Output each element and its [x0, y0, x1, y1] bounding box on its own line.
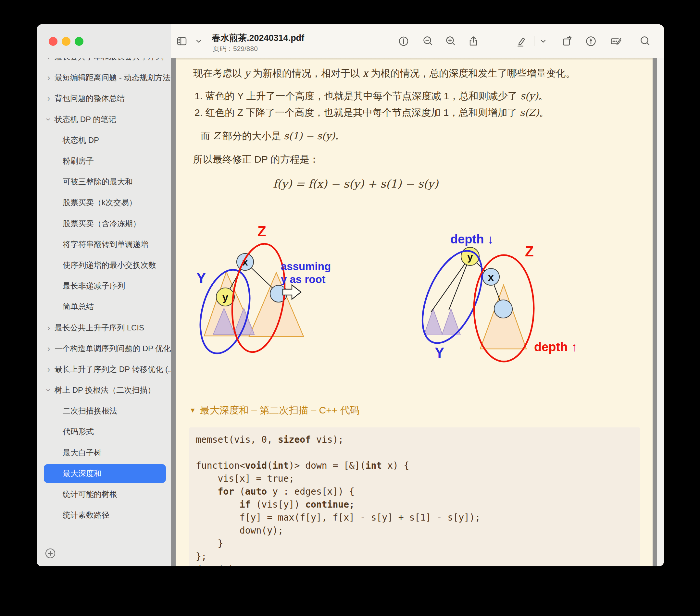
code-line: };	[196, 550, 640, 563]
rotate-icon[interactable]	[561, 35, 573, 47]
section-title: 最大深度和 – 第二次扫描 – C++ 代码	[200, 405, 360, 415]
depth-increase-label: depth ↑	[534, 340, 577, 354]
sidebar-item-label: 统计可能的树根	[37, 489, 117, 500]
sidebar-item[interactable]: 股票买卖（含冷冻期）	[37, 213, 171, 234]
sidebar-item[interactable]: 简单总结	[37, 526, 171, 531]
sidebar-item-label: 二次扫描换根法	[37, 406, 117, 416]
share-icon[interactable]	[467, 35, 479, 47]
sidebar-item-label: 最长上升子序列之 DP 转移优化 (...	[37, 364, 171, 375]
sidebar-item[interactable]: 股票买卖（k次交易）	[37, 192, 171, 213]
markup-chevron-icon[interactable]	[537, 35, 549, 47]
region-z-label: Z	[258, 223, 266, 239]
document-title: 春水煎茶.20240314.pdf	[212, 32, 304, 44]
sidebar-item[interactable]: 代码形式	[37, 421, 171, 442]
zoom-in-icon[interactable]	[445, 35, 457, 47]
scrollbar[interactable]	[657, 58, 664, 566]
toolbar: 春水煎茶.20240314.pdf 页码：529/880	[171, 24, 664, 58]
sidebar-item[interactable]: ›一个构造单调序列问题的 DP 优化...	[37, 338, 171, 359]
region-y-label: Y	[435, 345, 444, 361]
sidebar-item[interactable]: ›最长公共上升子序列 LCIS	[37, 317, 171, 338]
info-icon[interactable]	[397, 35, 410, 47]
pdf-viewport: 现在考虑以 y 为新根的情况，相对于以 x 为根的情况，总的深度和发生了哪些增量…	[171, 58, 664, 566]
code-line: vis[x] = true;	[196, 472, 640, 485]
sidebar-item-label: 最长公共子串和最长公共子序列	[37, 58, 164, 62]
sidebar-item[interactable]: ›最短编辑距离问题 - 动态规划方法...	[37, 67, 171, 88]
list-item-text: 红色的 Z 下降了一个高度，也就是其中每个节点深度加 1，总和则增加了 s(Z)…	[205, 107, 549, 118]
dp-equation: f(y) = f(x) − s(y) + s(1) − s(y)	[273, 177, 438, 190]
sidebar-item[interactable]: 使序列递增的最小交换次数	[37, 255, 171, 276]
add-bookmark-button[interactable]	[44, 547, 57, 560]
list-item-1: 1. 蓝色的 Y 上升了一个高度，也就是其中每个节点深度减 1，总和则减少了 s…	[195, 90, 548, 102]
code-line: for (auto y : edges[x]) {	[196, 485, 640, 498]
draw-icon[interactable]	[585, 35, 597, 47]
transition-annotation: assuming y as root	[281, 260, 331, 299]
sidebar-item[interactable]: ›状态机 DP 的笔记	[37, 109, 171, 130]
code-line: f[y] = max(f[y], f[x] - s[y] + s[1] - s[…	[196, 511, 640, 524]
pdf-viewer-window: ›最长公共子串和最长公共子序列›最短编辑距离问题 - 动态规划方法...›背包问…	[37, 24, 664, 566]
list-number: 2.	[195, 107, 203, 118]
purple-subtree	[424, 309, 442, 335]
sidebar-item[interactable]: 统计可能的树根	[37, 484, 171, 505]
disclosure-triangle-icon: ▼	[189, 406, 196, 414]
sidebar-item-label: 简单总结	[37, 302, 94, 312]
region-y-label: Y	[197, 270, 206, 286]
arrow-caption-line1: assuming	[281, 260, 331, 272]
search-icon[interactable]	[639, 35, 651, 47]
zoom-out-icon[interactable]	[422, 35, 434, 47]
section-header[interactable]: ▼最大深度和 – 第二次扫描 – C++ 代码	[189, 404, 360, 417]
screen: ›最长公共子串和最长公共子序列›最短编辑距离问题 - 动态规划方法...›背包问…	[0, 0, 700, 616]
sidebar-item[interactable]: 二次扫描换根法	[37, 401, 171, 421]
list-number: 1.	[195, 90, 203, 101]
pdf-page: 现在考虑以 y 为新根的情况，相对于以 x 为根的情况，总的深度和发生了哪些增量…	[176, 58, 653, 566]
sidebar-item-label: 树上 DP 换根法（二次扫描）	[37, 385, 155, 395]
close-window-button[interactable]	[49, 37, 58, 46]
sidebar-item[interactable]: ›最长公共子串和最长公共子序列	[37, 58, 171, 67]
zoom-window-button[interactable]	[75, 37, 84, 46]
code-line: if (vis[y]) continue;	[196, 498, 640, 511]
sidebar-item[interactable]: ›树上 DP 换根法（二次扫描）	[37, 380, 171, 401]
paragraph-intro: 现在考虑以 y 为新根的情况，相对于以 x 为根的情况，总的深度和发生了哪些增量…	[193, 67, 575, 79]
depth-decrease-label: depth ↓	[450, 232, 493, 246]
sidebar-item-label: 使序列递增的最小交换次数	[37, 260, 156, 271]
sidebar-item[interactable]: ›背包问题的整体总结	[37, 88, 171, 109]
sidebar-item-label: 可被三整除的最大和	[37, 177, 133, 187]
sidebar-item[interactable]: 简单总结	[37, 296, 171, 317]
code-line: memset(vis, 0, sizeof vis);	[196, 433, 640, 446]
sidebar-item[interactable]: 统计素数路径	[37, 505, 171, 526]
arrow-caption-line2: y as root	[281, 273, 326, 285]
sidebar-chevron-icon[interactable]	[192, 35, 205, 47]
markup-pencil-icon[interactable]	[515, 35, 527, 47]
sidebar-item-label: 股票买卖（含冷冻期）	[37, 218, 141, 229]
sidebar-item-label: 粉刷房子	[37, 156, 94, 166]
sidebar-item[interactable]: 最大白子树	[37, 442, 171, 463]
sidebar-item-label: 一个构造单调序列问题的 DP 优化...	[37, 343, 171, 354]
node-x-label: x	[488, 271, 494, 283]
code-line: function<void(int)> down = [&](int x) {	[196, 459, 640, 472]
node-y-label: y	[222, 291, 228, 303]
sidebar-item-label: 状态机 DP 的笔记	[37, 114, 116, 125]
sidebar-item[interactable]: 状态机 DP	[37, 130, 171, 151]
sidebar-item[interactable]: 最长非递减子序列	[37, 276, 171, 296]
sidebar-toggle-icon[interactable]	[176, 35, 188, 47]
code-line: down(y);	[196, 524, 640, 537]
sidebar-item[interactable]: 可被三整除的最大和	[37, 171, 171, 192]
sidebar-item-label: 最长公共上升子序列 LCIS	[37, 323, 144, 333]
sidebar-item-label: 股票买卖（k次交易）	[37, 197, 137, 208]
sidebar-item-label: 最大白子树	[37, 448, 102, 458]
table-of-contents: ›最长公共子串和最长公共子序列›最短编辑距离问题 - 动态规划方法...›背包问…	[37, 58, 171, 531]
toc-list: ›最长公共子串和最长公共子序列›最短编辑距离问题 - 动态规划方法...›背包问…	[37, 58, 171, 531]
list-item-text: 蓝色的 Y 上升了一个高度，也就是其中每个节点深度减 1，总和则减少了 s(y)…	[205, 90, 548, 101]
sidebar-item[interactable]: ›最长上升子序列之 DP 转移优化 (...	[37, 359, 171, 380]
sidebar-item[interactable]: 将字符串翻转到单调递增	[37, 234, 171, 255]
sidebar-item-label: 最大深度和	[37, 468, 102, 479]
region-y-ellipse	[410, 242, 495, 352]
form-fill-icon[interactable]	[610, 35, 622, 47]
paragraph-conclusion: 所以最终修正 DP 的方程是：	[193, 153, 319, 165]
sidebar-item[interactable]: 最大深度和	[37, 463, 171, 484]
sidebar-item-label: 统计素数路径	[37, 510, 109, 520]
sidebar-item[interactable]: 粉刷房子	[37, 151, 171, 171]
sidebar-item-label: 背包问题的整体总结	[37, 93, 125, 103]
minimize-window-button[interactable]	[62, 37, 71, 46]
sidebar: ›最长公共子串和最长公共子序列›最短编辑距离问题 - 动态规划方法...›背包问…	[37, 24, 172, 566]
sidebar-item-label: 代码形式	[37, 426, 94, 437]
